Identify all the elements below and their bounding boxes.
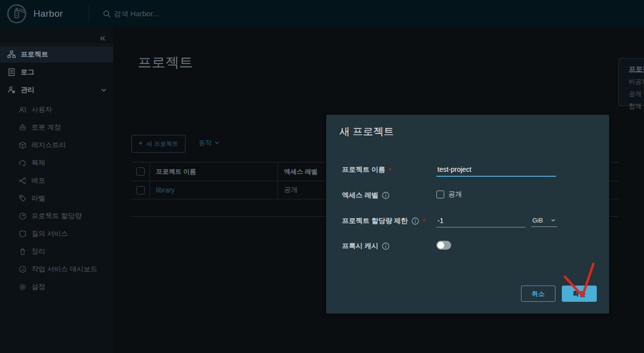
plus-icon: + xyxy=(138,139,143,148)
sidebar-item-label: 질의 서비스 xyxy=(31,229,68,238)
actions-dropdown-button[interactable]: 동작 xyxy=(199,138,220,147)
sidebar-item-registries[interactable]: 레지스트리 xyxy=(0,139,113,151)
gc-trash-icon xyxy=(19,248,27,256)
modal-title: 새 프로젝트 xyxy=(339,125,394,138)
sidebar-item-label: 로그 xyxy=(21,68,34,77)
quota-unit-value: GiB xyxy=(532,217,543,224)
scanner-shield-icon xyxy=(19,230,27,238)
registry-cube-icon xyxy=(19,141,27,149)
sidebar-item-projects[interactable]: 프로젝트 xyxy=(0,46,113,63)
row-checkbox-cell xyxy=(131,181,150,199)
harbor-app: Harbor « 프로젝트 xyxy=(0,0,644,353)
sidebar-collapse-icon[interactable]: « xyxy=(97,31,108,44)
sidebar-item-garbage-collection[interactable]: 정리 xyxy=(0,246,113,257)
harbor-logo-icon xyxy=(7,4,27,24)
sidebar-item-configuration[interactable]: 설정 xyxy=(0,281,113,293)
sidebar-item-label: 라벨 xyxy=(31,194,45,203)
replication-cloud-icon xyxy=(19,159,27,167)
sidebar: « 프로젝트 로그 xyxy=(0,27,113,353)
sidebar-item-replications[interactable]: 복제 xyxy=(0,157,113,169)
row-checkbox[interactable] xyxy=(136,186,145,194)
required-asterisk: * xyxy=(423,218,425,225)
label-tag-icon xyxy=(19,194,27,202)
sidebar-item-interrogation-services[interactable]: 질의 서비스 xyxy=(0,228,113,240)
project-name-row: 프로젝트 이름 * xyxy=(342,164,597,177)
sidebar-item-label: 정리 xyxy=(31,247,45,256)
proxy-cache-label: 프록시 캐시 xyxy=(342,241,436,251)
sidebar-item-labels[interactable]: 라벨 xyxy=(0,193,113,204)
sidebar-item-job-service-dashboard[interactable]: 작업 서비스 대시보드 xyxy=(0,263,113,275)
dashboard-icon xyxy=(19,265,27,273)
sidebar-item-label: 설정 xyxy=(31,283,45,291)
info-icon[interactable] xyxy=(382,242,390,250)
info-icon[interactable] xyxy=(382,192,390,199)
project-name-label-text: 프로젝트 이름 xyxy=(342,165,385,174)
sidebar-item-robot-accounts[interactable]: 로봇 계정 xyxy=(0,122,113,133)
stats-row-private: 비공개 xyxy=(629,77,644,86)
quota-unit-select[interactable]: GiB xyxy=(531,216,557,227)
global-search xyxy=(103,9,261,18)
required-asterisk: * xyxy=(389,166,391,174)
stats-row-public: 공개 xyxy=(629,90,644,98)
modal-footer: 취소 확인 xyxy=(521,286,597,302)
search-input[interactable] xyxy=(114,9,261,18)
new-project-button-label: 새 프로젝트 xyxy=(146,140,179,148)
new-project-modal: 새 프로젝트 프로젝트 이름 * 엑세스 레벨 공개 xyxy=(326,115,609,314)
sidebar-item-label: 배포 xyxy=(31,176,45,185)
search-icon xyxy=(103,10,111,18)
page-title: 프로젝트 xyxy=(138,53,193,72)
header-divider xyxy=(89,5,89,22)
sidebar-item-project-quotas[interactable]: 프로젝트 할당량 xyxy=(0,210,113,222)
ok-button[interactable]: 확인 xyxy=(562,286,597,302)
quota-limit-input[interactable] xyxy=(436,216,525,227)
column-header-project-name: 프로젝트 이름 xyxy=(150,162,278,181)
robot-icon xyxy=(19,124,27,131)
access-level-value: 공개 xyxy=(284,186,298,193)
public-checkbox-group: 공개 xyxy=(436,190,462,199)
sidebar-item-label: 관리 xyxy=(21,86,34,95)
sidebar-item-label: 사용자 xyxy=(31,105,52,114)
project-stats-card: 프로젝트 비공개 공개 합계 xyxy=(618,58,644,106)
quota-meter-icon xyxy=(19,212,27,220)
sidebar-item-users[interactable]: 사용자 xyxy=(0,104,113,116)
stats-card-title-link[interactable]: 프로젝트 xyxy=(629,65,644,74)
public-checkbox[interactable] xyxy=(436,191,444,198)
access-level-row: 엑세스 레벨 공개 xyxy=(342,190,597,200)
sidebar-item-logs[interactable]: 로그 xyxy=(0,64,113,80)
sidebar-item-distribution[interactable]: 배포 xyxy=(0,175,113,187)
sidebar-item-label: 복제 xyxy=(31,159,45,167)
header-checkbox-cell xyxy=(131,162,150,181)
organization-icon xyxy=(7,50,16,59)
project-quota-label-text: 프로젝트 할당량 제한 xyxy=(342,217,408,225)
column-header-access-level: 엑세스 레벨 xyxy=(278,167,318,176)
sidebar-nav: 프로젝트 로그 관리 xyxy=(0,45,113,293)
sidebar-item-label: 프로젝트 할당량 xyxy=(31,212,82,221)
sidebar-item-label: 프로젝트 xyxy=(21,50,48,59)
sidebar-item-label: 작업 서비스 대시보드 xyxy=(31,265,97,274)
proxy-cache-toggle[interactable] xyxy=(436,241,451,250)
project-link[interactable]: library xyxy=(156,186,175,194)
proxy-cache-row: 프록시 캐시 xyxy=(342,241,597,251)
gear-icon xyxy=(19,283,27,291)
sidebar-item-label: 로봇 계정 xyxy=(31,123,61,132)
administrator-icon xyxy=(7,86,16,94)
project-quota-label: 프로젝트 할당량 제한 * xyxy=(342,216,436,225)
app-header: Harbor xyxy=(0,0,644,27)
proxy-cache-label-text: 프록시 캐시 xyxy=(342,242,378,251)
cancel-button[interactable]: 취소 xyxy=(521,286,555,302)
chevron-down-icon xyxy=(100,87,107,94)
chevron-down-icon xyxy=(214,140,220,146)
project-quota-row: 프로젝트 할당량 제한 * GiB xyxy=(342,216,597,227)
public-checkbox-label: 공개 xyxy=(448,190,462,199)
chevron-down-icon xyxy=(551,218,556,223)
project-name-input[interactable] xyxy=(436,164,556,177)
sidebar-item-administration[interactable]: 관리 xyxy=(0,82,113,98)
actions-label: 동작 xyxy=(199,138,212,147)
new-project-button[interactable]: + 새 프로젝트 xyxy=(131,135,185,153)
info-icon[interactable] xyxy=(411,217,419,225)
select-all-checkbox[interactable] xyxy=(136,167,145,176)
access-level-label-text: 엑세스 레벨 xyxy=(342,191,378,200)
project-name-label: 프로젝트 이름 * xyxy=(342,164,436,174)
toggle-knob xyxy=(437,242,444,249)
brand-title: Harbor xyxy=(33,8,63,19)
